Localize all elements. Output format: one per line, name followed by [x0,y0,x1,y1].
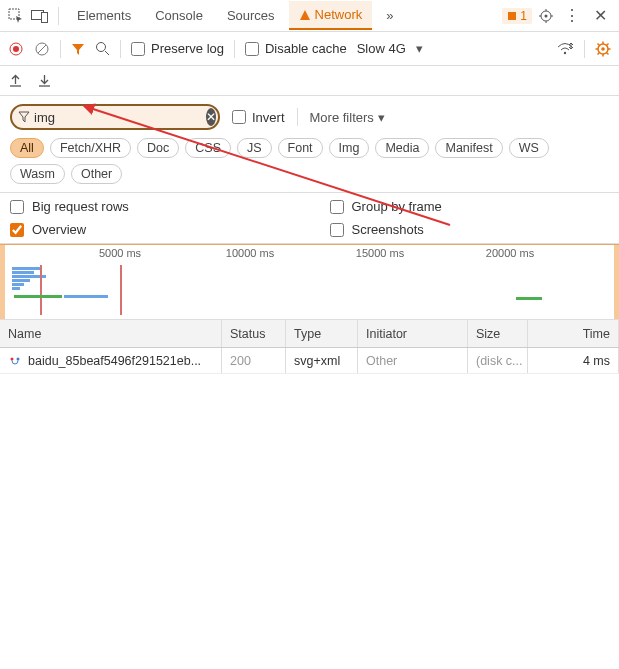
search-icon[interactable] [95,41,110,56]
filter-toggle-icon[interactable] [71,42,85,56]
separator [584,40,585,58]
download-icon[interactable] [37,73,52,88]
separator [120,40,121,58]
chip-wasm[interactable]: Wasm [10,164,65,184]
display-options: Big request rows Overview Group by frame… [0,193,619,244]
request-initiator: Other [358,348,468,373]
svg-point-14 [97,43,106,52]
filter-input[interactable] [30,110,206,125]
tick-label: 5000 ms [99,247,141,259]
request-name: baidu_85beaf5496f291521eb... [28,354,201,368]
request-time: 4 ms [528,348,619,373]
request-size: (disk c... [468,348,528,373]
col-header-name[interactable]: Name [0,320,222,347]
big-request-rows-checkbox[interactable]: Big request rows [10,199,290,214]
tick-label: 10000 ms [226,247,274,259]
chip-media[interactable]: Media [375,138,429,158]
throttling-select[interactable]: Slow 4G [357,41,406,56]
request-table-body: baidu_85beaf5496f291521eb... 200 svg+xml… [0,348,619,666]
settings-gear-icon[interactable] [595,41,611,57]
svg-rect-3 [508,12,516,20]
tick-label: 15000 ms [356,247,404,259]
chip-all[interactable]: All [10,138,44,158]
disable-cache-label: Disable cache [265,41,347,56]
chip-img[interactable]: Img [329,138,370,158]
overview-timeline[interactable]: 5000 ms 10000 ms 15000 ms 20000 ms [0,244,619,320]
request-table-header: Name Status Type Initiator Size Time [0,320,619,348]
svg-point-19 [601,47,605,51]
issues-badge[interactable]: 1 [502,8,532,24]
svg-line-24 [598,43,600,45]
col-header-type[interactable]: Type [286,320,358,347]
request-status: 200 [222,348,286,373]
col-header-initiator[interactable]: Initiator [358,320,468,347]
inspect-icon[interactable] [6,6,26,26]
svg-point-16 [564,51,566,53]
table-row[interactable]: baidu_85beaf5496f291521eb... 200 svg+xml… [0,348,619,374]
preserve-log-checkbox[interactable]: Preserve log [131,41,224,56]
screenshots-checkbox[interactable]: Screenshots [330,222,610,237]
tab-sources[interactable]: Sources [217,2,285,29]
invert-label: Invert [252,110,285,125]
chip-other[interactable]: Other [71,164,122,184]
record-icon[interactable] [8,41,24,57]
chip-ws[interactable]: WS [509,138,549,158]
funnel-icon [18,109,30,125]
chip-doc[interactable]: Doc [137,138,179,158]
devtools-tab-strip: Elements Console Sources Network » 1 ⋮ ✕ [0,0,619,32]
invert-checkbox[interactable]: Invert [232,110,285,125]
clear-icon[interactable] [34,41,50,57]
filter-row: ✕ Invert More filters ▾ [0,96,619,136]
col-header-status[interactable]: Status [222,320,286,347]
wifi-icon[interactable] [556,42,574,56]
separator [58,7,59,25]
timeline-segment [14,295,62,298]
disable-cache-checkbox[interactable]: Disable cache [245,41,347,56]
svg-line-26 [598,52,600,54]
chevron-down-icon: ▾ [378,110,385,125]
group-by-frame-checkbox[interactable]: Group by frame [330,199,610,214]
issues-count: 1 [520,9,527,23]
timeline-segment [64,295,108,298]
timeline-handle-right[interactable] [614,245,619,319]
separator [297,108,298,126]
har-toolbar [0,66,619,96]
timeline-handle-left[interactable] [0,245,5,319]
svg-point-11 [13,46,19,52]
screenshots-label: Screenshots [352,222,424,237]
more-filters-button[interactable]: More filters ▾ [310,110,385,125]
timeline-segment [516,297,542,300]
col-header-time[interactable]: Time [528,320,619,347]
clear-filter-icon[interactable]: ✕ [206,108,216,126]
svg-line-13 [38,45,46,53]
col-header-size[interactable]: Size [468,320,528,347]
device-toolbar-icon[interactable] [30,6,50,26]
chevron-down-icon[interactable]: ▾ [416,41,423,56]
big-rows-label: Big request rows [32,199,129,214]
tab-elements[interactable]: Elements [67,2,141,29]
filter-input-container: ✕ [10,104,220,130]
upload-icon[interactable] [8,73,23,88]
tabs-overflow[interactable]: » [376,2,403,29]
tab-network[interactable]: Network [289,1,373,30]
request-type: svg+xml [286,348,358,373]
favicon-icon [8,354,22,368]
separator [60,40,61,58]
svg-line-27 [607,43,609,45]
svg-point-5 [545,14,548,17]
kebab-menu-icon[interactable]: ⋮ [560,6,584,25]
close-icon[interactable]: ✕ [588,6,613,25]
svg-point-30 [11,357,14,360]
chip-manifest[interactable]: Manifest [435,138,502,158]
chip-css[interactable]: CSS [185,138,231,158]
chip-fetch-xhr[interactable]: Fetch/XHR [50,138,131,158]
tick-label: 20000 ms [486,247,534,259]
chip-font[interactable]: Font [278,138,323,158]
chip-js[interactable]: JS [237,138,272,158]
separator [234,40,235,58]
gear-icon[interactable] [536,6,556,26]
overview-checkbox[interactable]: Overview [10,222,290,237]
tab-network-label: Network [315,7,363,22]
overview-label: Overview [32,222,86,237]
tab-console[interactable]: Console [145,2,213,29]
